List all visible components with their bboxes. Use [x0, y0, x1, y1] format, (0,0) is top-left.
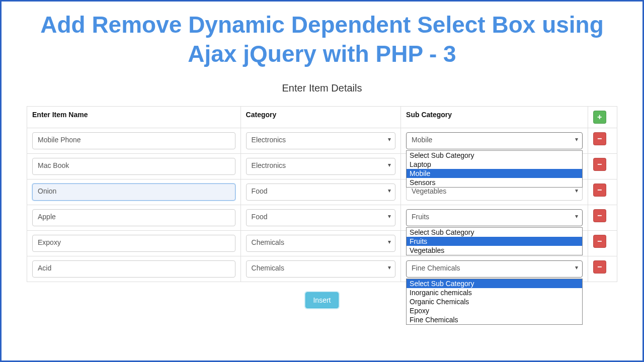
col-header-category: Category [240, 107, 400, 128]
subcategory-dropdown: Select Sub CategoryFruitsVegetables [406, 227, 583, 255]
dropdown-option[interactable]: Sensors [407, 178, 582, 187]
minus-icon: − [597, 135, 602, 143]
category-select[interactable]: Electronics [246, 158, 395, 175]
table-row: Mobile PhoneElectronicsMobileSelect Sub … [27, 128, 617, 154]
dropdown-option[interactable]: Epoxy [407, 306, 582, 315]
subcategory-dropdown: Select Sub CategoryInorganic chemicalsOr… [406, 279, 583, 325]
col-header-name: Enter Item Name [27, 107, 241, 128]
item-name-input[interactable]: Mobile Phone [32, 132, 235, 149]
dropdown-option[interactable]: Select Sub Category [407, 151, 582, 160]
category-select[interactable]: Chemicals [246, 260, 395, 278]
remove-row-button[interactable]: − [593, 158, 606, 171]
category-select[interactable]: Food [246, 209, 395, 226]
remove-row-button[interactable]: − [593, 235, 606, 248]
remove-row-button[interactable]: − [593, 184, 606, 197]
item-name-input[interactable]: Expoxy [32, 235, 235, 252]
insert-button[interactable]: Insert [305, 292, 338, 308]
dropdown-option[interactable]: Mobile [407, 169, 582, 178]
dropdown-option[interactable]: Laptop [407, 160, 582, 169]
remove-row-button[interactable]: − [593, 260, 606, 274]
form-subtitle: Enter Item Details [27, 82, 617, 94]
item-name-input[interactable]: Acid [32, 260, 235, 278]
minus-icon: − [597, 263, 602, 271]
remove-row-button[interactable]: − [593, 209, 606, 222]
page-title: Add Remove Dynamic Dependent Select Box … [27, 11, 617, 68]
subcategory-select[interactable]: Mobile [406, 132, 583, 149]
category-select[interactable]: Chemicals [246, 235, 395, 252]
item-name-input[interactable]: Mac Book [32, 158, 235, 175]
category-select[interactable]: Electronics [246, 132, 395, 149]
dropdown-option[interactable]: Fruits [407, 237, 582, 246]
subcategory-select[interactable]: Fine Chemicals [406, 260, 583, 278]
minus-icon: − [597, 212, 602, 220]
item-table: Enter Item Name Category Sub Category + … [27, 106, 617, 282]
dropdown-option[interactable]: Select Sub Category [407, 279, 582, 288]
add-row-button[interactable]: + [593, 111, 606, 124]
minus-icon: − [597, 237, 602, 245]
col-header-subcategory: Sub Category [401, 107, 588, 128]
subcategory-dropdown: Select Sub CategoryLaptopMobileSensors [406, 150, 583, 188]
category-select[interactable]: Food [246, 184, 395, 201]
subcategory-select[interactable]: Fruits [406, 209, 583, 226]
dropdown-option[interactable]: Organic Chemicals [407, 297, 582, 306]
remove-row-button[interactable]: − [593, 132, 606, 145]
dropdown-option[interactable]: Fine Chemicals [407, 315, 582, 324]
dropdown-option[interactable]: Select Sub Category [407, 228, 582, 237]
dropdown-option[interactable]: Vegetables [407, 246, 582, 255]
table-row: AcidChemicalsFine ChemicalsSelect Sub Ca… [27, 256, 617, 282]
item-name-input[interactable]: Apple [32, 209, 235, 226]
plus-icon: + [597, 113, 602, 121]
minus-icon: − [597, 186, 602, 194]
item-name-input[interactable]: Onion [32, 184, 235, 201]
table-row: AppleFoodFruitsSelect Sub CategoryFruits… [27, 205, 617, 231]
dropdown-option[interactable]: Inorganic chemicals [407, 288, 582, 297]
minus-icon: − [597, 160, 602, 168]
